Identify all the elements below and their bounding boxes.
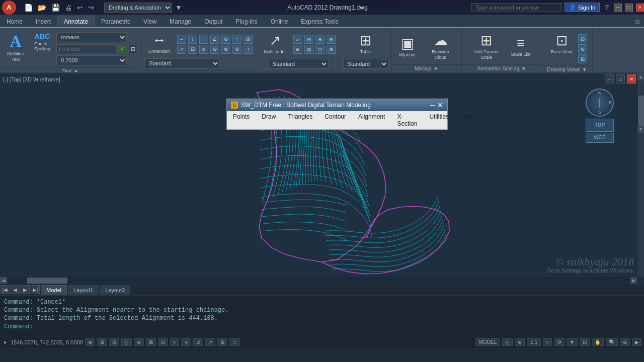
dtm-minimize-btn[interactable]: ─: [430, 101, 435, 109]
tab-express[interactable]: Express Tools: [294, 16, 345, 27]
dim-btn-11[interactable]: ⊕: [210, 45, 219, 54]
layout-tab-model[interactable]: Model: [41, 285, 67, 295]
polar-btn[interactable]: ◎: [121, 338, 132, 346]
layout-nav-first[interactable]: |◀: [1, 285, 10, 294]
save-button[interactable]: 💾: [49, 3, 62, 13]
restore-button[interactable]: □: [625, 4, 633, 12]
dtm-panel-title[interactable]: S SW_DTM Free : Softwel Digital Terrain …: [227, 99, 447, 111]
dim-btn-3[interactable]: ⌒: [199, 35, 208, 44]
dim-btn-7[interactable]: ⊞: [244, 35, 253, 44]
osnap-btn[interactable]: ⊕: [134, 338, 144, 346]
layout-nav-prev[interactable]: ◀: [11, 285, 20, 294]
dtm-menu-xsection[interactable]: X-Section: [391, 111, 423, 129]
scale-list-button[interactable]: ≡ Scale List: [507, 33, 535, 59]
tab-output[interactable]: Output: [198, 16, 229, 27]
leader-btn-3[interactable]: ⊕: [315, 35, 325, 44]
dim-btn-8[interactable]: ↗: [177, 45, 186, 54]
scroll-up-arrow[interactable]: ▲: [637, 73, 644, 80]
command-input[interactable]: [33, 323, 640, 330]
scroll-thumb-h[interactable]: [27, 278, 67, 284]
new-button[interactable]: 📄: [22, 3, 35, 13]
viewport-close-btn[interactable]: ✕: [627, 74, 636, 83]
tab-home[interactable]: Home: [0, 16, 29, 27]
viewport-tools-btn[interactable]: ⊡: [580, 338, 590, 346]
model-indicator[interactable]: ▸: [2, 339, 9, 345]
dim-btn-12[interactable]: ⊗: [221, 45, 230, 54]
multiline-text-button[interactable]: A MultilineText: [3, 30, 28, 64]
dtm-menu-help[interactable]: Help: [455, 111, 479, 129]
compass-top-btn[interactable]: TOP: [586, 119, 614, 132]
dim-btn-2[interactable]: ↕: [188, 35, 197, 44]
workspace-dropdown-btn[interactable]: ▼: [173, 3, 184, 13]
dtm-menu-alignment[interactable]: Alignment: [352, 111, 391, 129]
scroll-track-v[interactable]: [637, 96, 644, 126]
trans-btn[interactable]: ⊘: [193, 338, 203, 346]
revision-cloud-button[interactable]: ☁ Revision Cloud: [423, 30, 458, 62]
add-current-scale-button[interactable]: ⊞ Add Current Scale: [469, 30, 504, 62]
workspace-selector[interactable]: Drafting & Annotation: [104, 3, 172, 13]
dtm-menu-triangles[interactable]: Triangles: [282, 111, 318, 129]
scroll-left-arrow[interactable]: ◀: [0, 277, 7, 284]
dim-btn-6[interactable]: ≡: [232, 35, 242, 44]
minimize-button[interactable]: ─: [614, 4, 622, 12]
leader-style-selector[interactable]: Standard: [268, 59, 329, 69]
search-input[interactable]: [471, 3, 561, 12]
signin-button[interactable]: 👤 Sign In: [565, 3, 600, 12]
dim-btn-1[interactable]: ↔: [177, 35, 186, 44]
dim-btn-10[interactable]: ⌀: [199, 45, 208, 54]
tab-insert[interactable]: Insert: [29, 16, 57, 27]
pan-btn[interactable]: ✋: [592, 338, 604, 346]
viewport-minimize-btn[interactable]: ─: [605, 74, 614, 83]
leader-btn-2[interactable]: ⊟: [304, 35, 313, 44]
viewport-restore-btn[interactable]: □: [616, 74, 625, 83]
open-button[interactable]: 📂: [36, 3, 48, 13]
dim-btn-13[interactable]: ⊕: [232, 45, 242, 54]
base-view-button[interactable]: ⊡ Base View: [547, 30, 576, 63]
grid-btn[interactable]: ⊞: [97, 338, 107, 346]
table-button[interactable]: ⊞ Table: [353, 30, 378, 57]
scroll-track-h[interactable]: [7, 277, 630, 284]
leader-btn-7[interactable]: ⊡: [315, 45, 325, 54]
dtm-menu-points[interactable]: Points: [227, 111, 256, 129]
leader-btn-1[interactable]: ↙: [293, 35, 302, 44]
close-button[interactable]: ✕: [636, 4, 644, 12]
dtm-menu-utilities[interactable]: Utilities: [423, 111, 455, 129]
dtm-menu-draw[interactable]: Draw: [256, 111, 282, 129]
ducs-btn[interactable]: ⊡: [158, 338, 168, 346]
dim-btn-4[interactable]: ∠: [210, 35, 219, 44]
otrack-btn[interactable]: ⊠: [146, 338, 156, 346]
scroll-thumb-v[interactable]: [638, 96, 644, 126]
leader-btn-8[interactable]: ⊕: [327, 45, 336, 54]
annotation-scaling-panel-label[interactable]: Annotation Scaling ▼: [462, 64, 542, 72]
dimension-button[interactable]: ↔ Dimension: [144, 30, 174, 56]
status-settings-btn[interactable]: ▼: [567, 338, 578, 346]
dv-btn-3[interactable]: ⊞: [578, 54, 587, 63]
dtm-close-btn[interactable]: ✕: [437, 101, 443, 109]
ortho-btn[interactable]: ⊟: [109, 338, 119, 346]
dv-btn-1[interactable]: ⊟: [578, 34, 587, 43]
tab-plugins[interactable]: Plug-ins: [229, 16, 264, 27]
ribbon-extra-btn[interactable]: ⊞: [631, 16, 644, 27]
layout-tab-layout2[interactable]: Layout2: [100, 285, 130, 295]
anno-vis-btn[interactable]: ☆: [229, 338, 240, 346]
leader-btn-6[interactable]: ⊠: [304, 45, 313, 54]
tab-annotate[interactable]: Annotate: [57, 16, 95, 27]
dim-btn-14[interactable]: ≋: [244, 45, 253, 54]
sel-btn[interactable]: ↗: [205, 338, 215, 346]
model-space-btn[interactable]: MODEL: [475, 338, 501, 346]
find-text-input[interactable]: [56, 44, 117, 53]
quick-prop-btn[interactable]: ⊞: [217, 338, 227, 346]
undo-button[interactable]: ↩: [75, 3, 85, 13]
text-panel-label[interactable]: Text ▼: [0, 67, 141, 73]
zoom-btn[interactable]: 🔍: [606, 338, 618, 346]
viewport-hscrollbar[interactable]: ◀ ▶: [0, 277, 637, 284]
tab-online[interactable]: Online: [264, 16, 295, 27]
leader-btn-4[interactable]: ⊞: [327, 35, 336, 44]
markup-panel-label[interactable]: Markup ▼: [392, 64, 461, 72]
steering-btn[interactable]: ⊕: [620, 338, 630, 346]
scale-display[interactable]: 1:1: [527, 338, 541, 346]
check-spelling-button[interactable]: ABC CheckSpelling: [31, 30, 53, 53]
dim-style-selector[interactable]: Standard: [144, 58, 220, 68]
font-selector[interactable]: romans: [56, 32, 127, 42]
viewport-vscrollbar[interactable]: ▲ ▼: [637, 73, 644, 277]
